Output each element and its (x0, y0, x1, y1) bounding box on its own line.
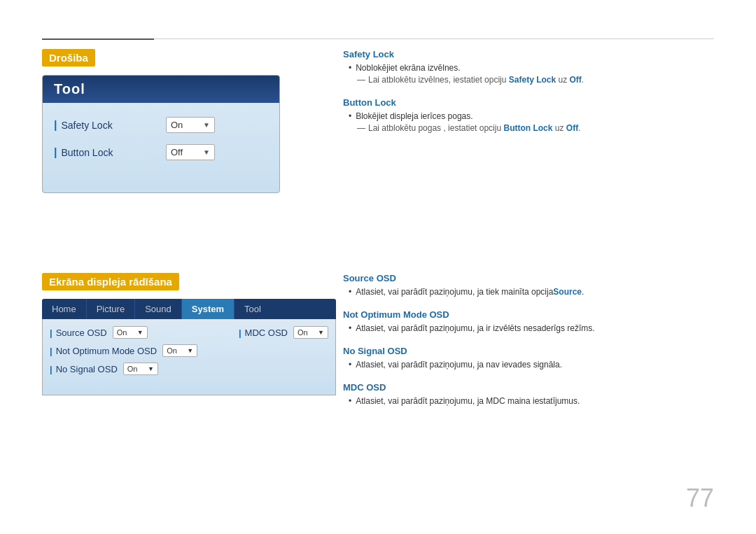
desc-ekrana: Source OSD Atlasiet, vai parādīt paziņoj… (343, 273, 714, 419)
desc-button-lock-section: Button Lock Blokējiet displeja ierīces p… (343, 97, 714, 133)
source-osd-arrow: ▼ (137, 329, 144, 336)
desc-mdc-osd-title: MDC OSD (343, 382, 714, 393)
desc-button-lock-bullet: Blokējiet displeja ierīces pogas. (349, 111, 714, 121)
menu-item-sound[interactable]: Sound (135, 299, 182, 319)
desc-no-signal-section: No Signal OSD Atlasiet, vai parādīt pazi… (343, 346, 714, 370)
menu-item-tool[interactable]: Tool (234, 299, 271, 319)
button-lock-highlight1: Button Lock (501, 123, 555, 133)
source-osd-select[interactable]: On ▼ (113, 326, 148, 339)
source-osd-value: On (117, 328, 127, 337)
desc-no-signal-bullet: Atlasiet, vai parādīt paziņojumu, ja nav… (349, 360, 714, 370)
button-lock-arrow: ▼ (203, 148, 210, 156)
button-lock-label: Button Lock (54, 146, 166, 159)
menu-bar: Home Picture Sound System Tool (42, 299, 336, 319)
button-lock-value: Off (171, 147, 183, 157)
desc-safety-lock-section: Safety Lock Noblokējiet ekrāna izvēlnes.… (343, 49, 714, 85)
tool-panel: Tool Safety Lock On ▼ Button Lock Off ▼ (42, 75, 280, 193)
not-optimum-value: On (167, 346, 177, 355)
desc-safety-lock-bullet: Noblokējiet ekrāna izvēlnes. (349, 63, 714, 73)
no-signal-row: No Signal OSD On ▼ (50, 363, 328, 375)
safety-lock-highlight1: Safety Lock (506, 75, 558, 85)
desc-button-lock-sub: Lai atblokētu pogas , iestatiet opciju B… (357, 123, 714, 133)
menu-item-picture[interactable]: Picture (87, 299, 135, 319)
desc-source-osd-bullet: Atlasiet, vai parādīt paziņojumu, ja tie… (349, 287, 714, 297)
safety-lock-highlight2: Off (567, 75, 582, 85)
desc-mdc-osd-bullet: Atlasiet, vai parādīt paziņojumu, ja MDC… (349, 396, 714, 406)
no-signal-label: No Signal OSD (50, 364, 118, 374)
mdc-osd-group: MDC OSD On ▼ (239, 326, 328, 339)
section-drosiba: Drošiba Tool Safety Lock On ▼ Button Loc… (42, 49, 336, 193)
section2-heading: Ekrāna displeja rādīšana (42, 273, 179, 290)
desc-button-lock-title: Button Lock (343, 97, 714, 108)
desc-mdc-osd-section: MDC OSD Atlasiet, vai parādīt paziņojumu… (343, 382, 714, 406)
safety-lock-row: Safety Lock On ▼ (54, 117, 268, 133)
desc-drosiba: Safety Lock Noblokējiet ekrāna izvēlnes.… (343, 49, 714, 146)
mdc-osd-label: MDC OSD (239, 328, 288, 338)
osd-top-row: Source OSD On ▼ MDC OSD On ▼ (50, 326, 328, 339)
osd-panel: Source OSD On ▼ MDC OSD On ▼ Not Optimum (42, 319, 336, 395)
not-optimum-row: Not Optimum Mode OSD On ▼ (50, 344, 328, 357)
source-osd-group: Source OSD On ▼ (50, 326, 228, 339)
safety-lock-select[interactable]: On ▼ (166, 117, 215, 133)
desc-not-optimum-bullet: Atlasiet, vai parādīt paziņojumu, ja ir … (349, 323, 714, 333)
safety-lock-value: On (171, 120, 183, 130)
source-highlight: Source (553, 287, 582, 297)
source-osd-label: Source OSD (50, 328, 107, 338)
section1-heading: Drošiba (42, 49, 95, 66)
top-line-accent (42, 38, 154, 40)
section-ekrana: Ekrāna displeja rādīšana Home Picture So… (42, 273, 336, 395)
button-lock-select[interactable]: Off ▼ (166, 144, 215, 160)
desc-not-optimum-section: Not Optimum Mode OSD Atlasiet, vai parād… (343, 309, 714, 333)
mdc-osd-select[interactable]: On ▼ (293, 326, 328, 339)
button-lock-highlight2: Off (564, 123, 578, 133)
tool-panel-title: Tool (43, 76, 279, 103)
desc-source-osd-title: Source OSD (343, 273, 714, 283)
no-signal-value: On (127, 365, 138, 373)
not-optimum-label: Not Optimum Mode OSD (50, 346, 157, 356)
desc-safety-lock-title: Safety Lock (343, 49, 714, 59)
desc-source-osd-section: Source OSD Atlasiet, vai parādīt paziņoj… (343, 273, 714, 297)
tool-panel-body: Safety Lock On ▼ Button Lock Off ▼ (43, 103, 279, 192)
safety-lock-arrow: ▼ (203, 121, 210, 129)
button-lock-row: Button Lock Off ▼ (54, 144, 268, 160)
page-number: 77 (686, 484, 714, 513)
menu-item-system[interactable]: System (182, 299, 234, 319)
not-optimum-select[interactable]: On ▼ (162, 344, 197, 357)
safety-lock-label: Safety Lock (54, 119, 166, 132)
not-optimum-arrow: ▼ (187, 347, 193, 354)
menu-item-home[interactable]: Home (42, 299, 87, 319)
mdc-osd-arrow: ▼ (318, 329, 324, 336)
desc-safety-lock-sub: Lai atblokētu izvēlnes, iestatiet opciju… (357, 75, 714, 85)
mdc-osd-value: On (298, 328, 308, 337)
no-signal-select[interactable]: On ▼ (123, 363, 158, 375)
no-signal-arrow: ▼ (148, 365, 154, 372)
desc-not-optimum-title: Not Optimum Mode OSD (343, 309, 714, 320)
desc-no-signal-title: No Signal OSD (343, 346, 714, 356)
